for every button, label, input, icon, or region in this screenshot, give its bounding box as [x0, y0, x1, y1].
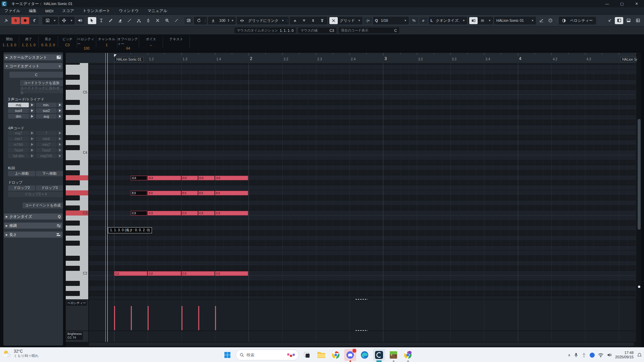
midi-note-C2[interactable]: C2 — [181, 271, 215, 276]
edge-icon[interactable] — [359, 349, 371, 361]
lane-resize-handle[interactable] — [356, 299, 368, 300]
section-chord-edit[interactable]: ▼ コードエディット ≡ — [4, 63, 62, 69]
chord-button-maj7/#5[interactable]: maj7/#5 — [36, 154, 57, 158]
piano-key[interactable] — [66, 85, 88, 90]
piano-key[interactable] — [66, 241, 88, 246]
piano-key[interactable] — [66, 226, 88, 231]
mute-tool[interactable] — [154, 17, 162, 24]
record-in-editor-button[interactable] — [21, 17, 29, 24]
midi-note-E3[interactable]: E3 — [148, 191, 181, 195]
microphone-icon[interactable] — [574, 353, 578, 358]
select-tool[interactable] — [88, 17, 96, 24]
info-field-8[interactable]: テキスト — [163, 36, 190, 48]
event-colors-value[interactable]: ベロシティー — [569, 18, 595, 23]
chord-arrow-icon[interactable] — [57, 131, 62, 135]
audition-button[interactable] — [76, 17, 84, 24]
chord-button-m7/b5[interactable]: m7/b5 — [8, 142, 29, 147]
piano-key[interactable] — [66, 105, 88, 110]
chord-arrow-icon[interactable] — [30, 103, 35, 107]
teams-status-icon[interactable] — [590, 353, 595, 358]
chord-arrow-icon[interactable] — [57, 103, 62, 107]
split-tool[interactable] — [135, 17, 143, 24]
speaker-icon[interactable] — [607, 353, 612, 357]
edit-active-part-only-icon[interactable] — [478, 17, 487, 24]
file-explorer-icon[interactable] — [315, 349, 327, 361]
create-chord-event-button[interactable]: コードイベントを作成 — [22, 202, 63, 208]
piano-key[interactable] — [66, 100, 88, 105]
timeline-ruler[interactable]: 1.21.31.422.22.32.433.23.33.444.24.35HAL… — [66, 53, 636, 63]
move-down-octave-icon[interactable] — [318, 17, 326, 24]
midi-input-icon[interactable] — [546, 17, 555, 24]
quantize-panel-button[interactable]: e — [419, 17, 428, 24]
piano-key[interactable] — [66, 135, 88, 140]
piano-key[interactable] — [66, 221, 88, 226]
quantize-preset-value[interactable]: 1/16 — [380, 18, 402, 22]
info-field-5[interactable]: チャンネル1 — [96, 36, 117, 48]
midi-note-E3[interactable]: E3 — [181, 191, 198, 195]
piano-key-black[interactable] — [66, 180, 80, 185]
wifi-icon[interactable] — [598, 353, 603, 357]
info-field-1[interactable]: 終了1. 2. 1. 0 — [19, 36, 39, 48]
velocity-bar[interactable] — [114, 306, 115, 330]
horizontal-scrollbar[interactable] — [89, 343, 634, 346]
chord-button-maj[interactable]: maj — [8, 103, 29, 107]
auto-scroll-icon[interactable] — [43, 17, 52, 24]
lane-resize-handle[interactable] — [356, 330, 368, 331]
close-button[interactable]: ✕ — [629, 0, 644, 7]
snap-offset-button[interactable]: -|+ — [364, 17, 372, 24]
chord-button-7sus4[interactable]: 7sus4 — [8, 148, 29, 153]
note-grid[interactable]: G3G3G3G3G3E3E3E3E3E3C3C3C3C3C3C2C2C2C2 — [89, 63, 636, 299]
chord-arrow-icon[interactable] — [57, 108, 62, 113]
piano-key[interactable] — [66, 130, 88, 135]
piano-key-black[interactable] — [66, 160, 80, 165]
move-up-button[interactable]: 上へ移動 — [8, 171, 35, 176]
piano-key[interactable] — [66, 251, 88, 256]
trim-tool[interactable] — [97, 17, 106, 24]
section-length[interactable]: ▶ 長さ — [4, 232, 62, 238]
section-quantize[interactable]: ▶ クオンタイズ Q — [4, 214, 62, 220]
midi-note-C3[interactable]: C3 — [148, 211, 181, 216]
move-up-semitone-icon[interactable] — [291, 17, 299, 24]
drop3-button[interactable]: ドロップ3 — [36, 185, 63, 191]
discord-icon[interactable] — [344, 349, 356, 361]
info-field-2[interactable]: 長さ0. 0. 2. 0 — [39, 36, 58, 48]
chord-arrow-icon[interactable] — [30, 148, 35, 153]
piano-key[interactable] — [66, 205, 88, 210]
midi-note-C2[interactable]: C2 — [215, 271, 248, 276]
piano-key[interactable] — [66, 95, 88, 100]
chord-arrow-icon[interactable] — [30, 136, 35, 141]
midi-note-E3[interactable]: E3 — [198, 191, 215, 195]
piano-key-black[interactable] — [66, 281, 80, 286]
track-selector-value[interactable]: HALion Sonic 01 — [495, 18, 530, 22]
acoustic-feedback-button[interactable] — [30, 17, 39, 24]
piano-key[interactable] — [66, 115, 88, 120]
vertical-scrollbar-thumb[interactable] — [638, 119, 641, 230]
midi-note-E3[interactable]: E3 — [215, 191, 248, 195]
midi-note-G3[interactable]: G3 — [131, 176, 147, 180]
show-left-zone-icon[interactable] — [615, 17, 623, 24]
zoom-tool[interactable] — [163, 17, 171, 24]
track-selector-dropdown-icon[interactable]: ▼ — [530, 19, 535, 22]
menu-item-5[interactable]: ウィンドウ — [115, 8, 143, 13]
velocity-bar[interactable] — [131, 306, 132, 330]
section-transpose[interactable]: ▶ 移調 — [4, 223, 62, 229]
independent-track-loop-button[interactable] — [184, 17, 193, 24]
insert-velocity-value[interactable]: 100 — [218, 18, 227, 22]
piano-key[interactable] — [66, 125, 88, 130]
piano-key[interactable] — [66, 231, 88, 236]
chrome-icon[interactable] — [330, 349, 342, 361]
notification-bell-icon[interactable] — [637, 353, 642, 358]
midi-more-icon[interactable]: ⋮ — [556, 19, 558, 22]
piano-key[interactable] — [66, 246, 88, 251]
erase-tool[interactable] — [116, 17, 124, 24]
piano-key-black[interactable] — [66, 75, 80, 80]
velocity-dropdown-icon[interactable]: ▼ — [230, 19, 235, 22]
menu-item-1[interactable]: 編集 — [24, 8, 41, 13]
piano-key[interactable] — [66, 291, 88, 296]
move-down-button[interactable]: 下へ移動 — [36, 171, 63, 176]
midi-note-C3[interactable]: C3 — [215, 211, 248, 216]
piano-key[interactable] — [66, 185, 88, 190]
piano-key[interactable] — [66, 145, 88, 150]
chord-button-minj7[interactable]: minj7 — [36, 142, 57, 147]
vertical-scrollbar[interactable] — [637, 53, 641, 346]
